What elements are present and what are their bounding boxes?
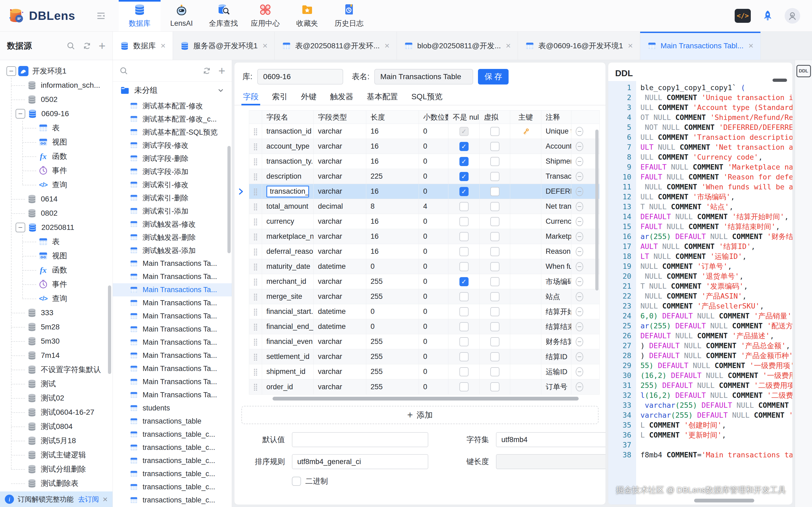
field-decimals-cell[interactable]: 0 — [419, 244, 448, 259]
remove-field-icon[interactable]: − — [576, 352, 583, 361]
checkbox[interactable]: ✓ — [490, 307, 499, 316]
close-icon[interactable]: × — [506, 41, 511, 51]
field-comment-cell[interactable]: Transacti — [541, 169, 571, 184]
tab-触发器[interactable]: 触发器 — [330, 89, 353, 105]
field-type-cell[interactable]: varchar — [314, 244, 366, 259]
field-length-cell[interactable]: 16 — [366, 229, 419, 244]
tree-item[interactable]: 表 — [0, 234, 112, 249]
remove-field-icon[interactable]: − — [576, 382, 583, 391]
field-comment-cell[interactable]: Reason f — [541, 244, 571, 259]
field-decimals-cell[interactable]: 0 — [419, 154, 448, 169]
field-length-cell[interactable]: 0 — [366, 259, 419, 274]
add-field-button[interactable]: + 添加 — [241, 406, 599, 424]
tree-item[interactable]: 测试02 — [0, 391, 112, 405]
tree-item[interactable]: 5m28 — [0, 320, 112, 334]
checkbox[interactable]: ✓ — [490, 367, 499, 376]
field-name-cell[interactable]: shipment_id — [262, 364, 314, 379]
drag-handle[interactable]: ⣿ — [253, 143, 258, 150]
remove-field-icon[interactable]: − — [576, 202, 583, 211]
nav-history[interactable]: 历史日志 — [328, 0, 370, 32]
field-type-cell[interactable]: decimal — [314, 199, 366, 214]
field-decimals-cell[interactable]: 0 — [419, 289, 448, 304]
field-length-cell[interactable]: 0 — [366, 304, 419, 319]
remove-field-icon[interactable]: − — [576, 157, 583, 166]
close-icon[interactable]: × — [748, 41, 754, 51]
field-type-cell[interactable]: datetime — [314, 304, 366, 319]
checkbox[interactable]: ✓ — [459, 262, 468, 271]
drag-handle[interactable]: ⣿ — [253, 188, 258, 195]
list-item[interactable]: students — [113, 402, 232, 415]
grid-vscrollbar[interactable] — [595, 129, 599, 290]
field-type-cell[interactable]: varchar — [314, 154, 366, 169]
tab-基本配置[interactable]: 基本配置 — [367, 89, 398, 105]
remove-field-icon[interactable]: − — [576, 337, 583, 346]
collapse-expander-icon[interactable]: − — [15, 109, 25, 119]
field-type-cell[interactable]: varchar — [314, 364, 366, 379]
db-name-input[interactable]: 0609-16 — [257, 69, 343, 84]
field-comment-cell[interactable]: 结算结束 — [541, 319, 571, 334]
list-item[interactable]: Main Transactions Ta... — [113, 336, 232, 349]
field-type-cell[interactable]: datetime — [314, 319, 366, 334]
column-header[interactable]: 小数位数 — [419, 111, 448, 124]
list-item[interactable]: Main Transactions Ta... — [113, 283, 232, 296]
tree-item[interactable]: 视图 — [0, 249, 112, 263]
field-name-cell[interactable]: deferral_reason — [262, 244, 314, 259]
field-row[interactable]: ⣿ financial_start... datetime 0 0 ✓ ✓ 结算… — [249, 304, 599, 319]
field-comment-cell[interactable]: Marketpl — [541, 229, 571, 244]
field-type-cell[interactable]: varchar — [314, 379, 366, 394]
collapse-expander-icon[interactable]: − — [15, 223, 25, 232]
checkbox[interactable]: ✓ — [459, 127, 468, 136]
drag-handle[interactable]: ⣿ — [253, 278, 258, 285]
list-item[interactable]: 测试触发器-修改 — [113, 218, 232, 231]
tree-item[interactable]: 事件 — [0, 163, 112, 178]
field-row[interactable]: ⣿ transaction_st... varchar 16 0 ✓ ✓ DEF… — [249, 184, 599, 199]
field-decimals-cell[interactable]: 0 — [419, 304, 448, 319]
list-item[interactable]: transactions_table_c... — [113, 454, 232, 467]
remove-field-icon[interactable]: − — [576, 247, 583, 256]
tree-item[interactable]: fx 函数 — [0, 149, 112, 163]
close-icon[interactable]: × — [628, 41, 633, 51]
drag-handle[interactable]: ⣿ — [253, 323, 258, 330]
checkbox[interactable]: ✓ — [490, 172, 499, 181]
field-comment-cell[interactable]: Net trans — [541, 199, 571, 214]
checkbox[interactable]: ✓ — [490, 322, 499, 331]
nav-app-center[interactable]: 应用中心 — [244, 0, 286, 32]
field-comment-cell[interactable]: 订单号 — [541, 379, 571, 394]
tree-item[interactable]: 333 — [0, 305, 112, 320]
field-length-cell[interactable]: 255 — [366, 379, 419, 394]
collapse-expander-icon[interactable]: − — [6, 66, 16, 76]
list-item[interactable]: 测试基本配置-SQL预览 — [113, 125, 232, 139]
checkbox[interactable]: ✓ — [459, 247, 468, 256]
remove-field-icon[interactable]: − — [576, 127, 583, 136]
remove-field-icon[interactable]: − — [576, 277, 583, 286]
field-row[interactable]: ⣿ transaction_ty... varchar 16 0 ✓ ✓ Shi… — [249, 154, 599, 169]
drag-handle[interactable]: ⣿ — [253, 173, 258, 180]
list-item[interactable]: 测试索引-删除 — [113, 191, 232, 205]
list-item[interactable]: Main Transactions Ta... — [113, 362, 232, 375]
field-length-cell[interactable]: 225 — [366, 169, 419, 184]
field-comment-cell[interactable]: Currency — [541, 214, 571, 229]
tree-item[interactable]: − 20250811 — [0, 220, 112, 234]
document-tab[interactable]: 表@0609-16@开发环境1 × — [518, 32, 640, 60]
tree-item[interactable]: </> 查询 — [0, 178, 112, 192]
checkbox[interactable]: ✓ — [490, 247, 499, 256]
list-item[interactable]: 测试基本配置-修改 — [113, 99, 232, 112]
field-name-input[interactable]: transaction_st... — [266, 186, 309, 198]
field-decimals-cell[interactable]: 0 — [419, 259, 448, 274]
document-tab[interactable]: 数据库 × — [113, 32, 173, 60]
checkbox[interactable]: ✓ — [459, 172, 468, 181]
list-scrollbar[interactable] — [227, 146, 231, 253]
field-row[interactable]: ⣿ marketplace_n... varchar 16 0 ✓ ✓ Mark… — [249, 229, 599, 244]
field-type-cell[interactable]: varchar — [314, 184, 366, 199]
drag-handle[interactable]: ⣿ — [253, 368, 258, 375]
field-length-cell[interactable]: 255 — [366, 364, 419, 379]
drag-handle[interactable]: ⣿ — [253, 383, 258, 390]
field-decimals-cell[interactable]: 0 — [419, 214, 448, 229]
field-length-cell[interactable]: 8 — [366, 199, 419, 214]
field-name-cell[interactable]: transaction_st... — [262, 184, 314, 199]
tree-item[interactable]: − 0609-16 — [0, 107, 112, 121]
drag-handle[interactable]: ⣿ — [253, 308, 258, 315]
list-item[interactable]: Main Transactions Ta... — [113, 375, 232, 388]
list-item[interactable]: 测试字段-删除 — [113, 152, 232, 165]
field-type-cell[interactable]: varchar — [314, 229, 366, 244]
